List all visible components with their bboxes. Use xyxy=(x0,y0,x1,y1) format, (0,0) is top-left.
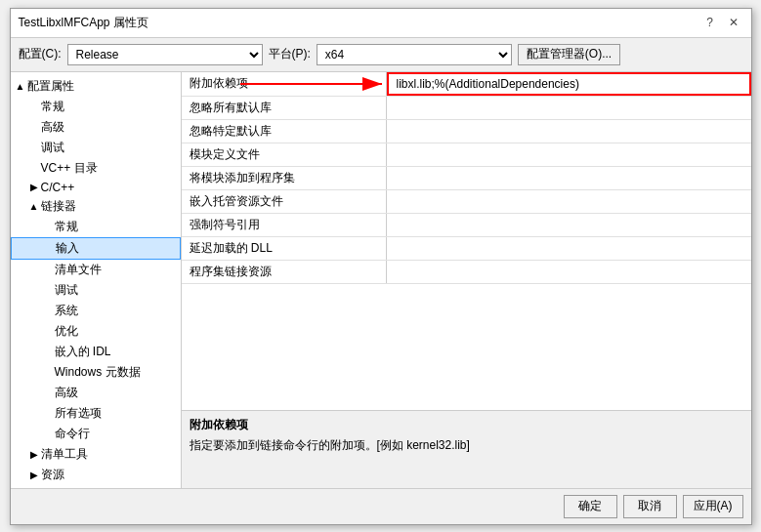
sidebar-item-linker-optimize[interactable]: 优化 xyxy=(11,321,181,342)
prop-name: 忽略特定默认库 xyxy=(182,120,387,143)
ok-button[interactable]: 确定 xyxy=(564,495,617,518)
sidebar-label: 调试 xyxy=(55,282,78,299)
table-row[interactable]: 延迟加载的 DLL xyxy=(182,237,751,261)
prop-value[interactable] xyxy=(387,261,751,283)
table-row[interactable]: 嵌入托管资源文件 xyxy=(182,190,751,214)
cancel-button[interactable]: 取消 xyxy=(623,495,677,518)
expand-icon: ▶ xyxy=(28,182,40,192)
expand-icon: ▲ xyxy=(15,81,26,92)
sidebar-label: 系统 xyxy=(55,303,78,319)
sidebar-item-debug[interactable]: 调试 xyxy=(11,138,181,158)
sidebar-item-advanced[interactable]: 高级 xyxy=(11,117,181,138)
config-label: 配置(C): xyxy=(19,46,62,62)
prop-value[interactable] xyxy=(387,237,751,260)
config-manager-button[interactable]: 配置管理器(O)... xyxy=(518,44,620,65)
sidebar-label: 命令行 xyxy=(55,426,90,442)
sidebar: ▲配置属性 常规 高级 调试 VC++ 目录▶C/C++▲链接器 常规 输入 清… xyxy=(11,72,182,488)
sidebar-label: 所有选项 xyxy=(55,405,102,422)
expand-icon: ▶ xyxy=(28,449,40,460)
config-select[interactable]: Release xyxy=(67,44,263,65)
table-row[interactable]: 将模块添加到程序集 xyxy=(182,167,751,190)
prop-value[interactable] xyxy=(387,167,751,189)
right-panel: 附加依赖项libxl.lib;%(AdditionalDependencies)… xyxy=(182,72,751,488)
sidebar-item-config-props[interactable]: ▲配置属性 xyxy=(11,76,181,97)
prop-name: 延迟加载的 DLL xyxy=(182,237,387,260)
prop-name: 将模块添加到程序集 xyxy=(182,167,387,189)
title-controls: ? ✕ xyxy=(700,13,743,32)
table-row[interactable]: 附加依赖项libxl.lib;%(AdditionalDependencies) xyxy=(182,72,751,97)
table-row[interactable]: 强制符号引用 xyxy=(182,214,751,237)
sidebar-item-manifest-tool[interactable]: ▶清单工具 xyxy=(11,444,181,465)
sidebar-item-linker-winmeta[interactable]: Windows 元数据 xyxy=(11,362,181,383)
prop-name: 程序集链接资源 xyxy=(182,261,387,283)
main-content: ▲配置属性 常规 高级 调试 VC++ 目录▶C/C++▲链接器 常规 输入 清… xyxy=(11,72,751,488)
table-row[interactable]: 模块定义文件 xyxy=(182,143,751,167)
sidebar-label: 嵌入的 IDL xyxy=(55,344,111,360)
desc-title: 附加依赖项 xyxy=(190,417,743,433)
platform-select[interactable]: x64 xyxy=(317,44,512,65)
sidebar-label: 清单工具 xyxy=(41,446,88,463)
sidebar-label: 输入 xyxy=(56,240,79,257)
prop-name: 附加依赖项 xyxy=(182,72,387,96)
sidebar-item-linker-manifest[interactable]: 清单文件 xyxy=(11,260,181,280)
sidebar-label: 资源 xyxy=(41,467,64,483)
title-bar: TestLibxlMFCApp 属性页 ? ✕ xyxy=(11,9,751,38)
sidebar-label: 高级 xyxy=(55,385,78,401)
prop-value[interactable] xyxy=(387,97,751,119)
dialog-title: TestLibxlMFCApp 属性页 xyxy=(19,15,148,31)
sidebar-item-linker-embed-idl[interactable]: 嵌入的 IDL xyxy=(11,342,181,362)
table-row[interactable]: 程序集链接资源 xyxy=(182,261,751,284)
prop-name: 强制符号引用 xyxy=(182,214,387,236)
toolbar: 配置(C): Release 平台(P): x64 配置管理器(O)... xyxy=(11,38,751,72)
sidebar-label: 常规 xyxy=(41,99,64,115)
prop-name: 嵌入托管资源文件 xyxy=(182,190,387,213)
apply-button[interactable]: 应用(A) xyxy=(683,495,743,518)
sidebar-label: Windows 元数据 xyxy=(55,364,141,381)
table-row[interactable]: 忽略特定默认库 xyxy=(182,120,751,143)
sidebar-item-linker-cmdline[interactable]: 命令行 xyxy=(11,424,181,444)
footer: 确定 取消 应用(A) xyxy=(11,488,751,524)
platform-label: 平台(P): xyxy=(269,46,311,62)
sidebar-item-linker-input[interactable]: 输入 xyxy=(11,237,181,260)
prop-value[interactable] xyxy=(387,214,751,236)
sidebar-label: 清单文件 xyxy=(55,262,102,278)
sidebar-label: 高级 xyxy=(41,119,64,136)
sidebar-label: 链接器 xyxy=(41,198,76,215)
sidebar-item-linker-general[interactable]: 常规 xyxy=(11,217,181,237)
sidebar-item-resources[interactable]: ▶资源 xyxy=(11,465,181,485)
sidebar-item-vc-dirs[interactable]: VC++ 目录 xyxy=(11,158,181,179)
description-panel: 附加依赖项 指定要添加到链接命令行的附加项。[例如 kernel32.lib] xyxy=(182,410,751,488)
sidebar-label: VC++ 目录 xyxy=(41,160,98,177)
prop-name: 忽略所有默认库 xyxy=(182,97,387,119)
expand-icon: ▶ xyxy=(28,470,40,480)
sidebar-item-linker[interactable]: ▲链接器 xyxy=(11,196,181,217)
close-button[interactable]: ✕ xyxy=(724,13,743,32)
property-table: 附加依赖项libxl.lib;%(AdditionalDependencies)… xyxy=(182,72,751,410)
sidebar-label: 常规 xyxy=(55,219,78,235)
prop-value[interactable] xyxy=(387,190,751,213)
sidebar-label: 配置属性 xyxy=(27,78,74,95)
prop-value[interactable] xyxy=(387,120,751,143)
sidebar-item-cpp[interactable]: ▶C/C++ xyxy=(11,179,181,196)
sidebar-label: 优化 xyxy=(55,323,78,340)
sidebar-item-linker-advanced[interactable]: 高级 xyxy=(11,383,181,403)
prop-value[interactable]: libxl.lib;%(AdditionalDependencies) xyxy=(387,72,751,96)
sidebar-item-linker-debug[interactable]: 调试 xyxy=(11,280,181,301)
table-row[interactable]: 忽略所有默认库 xyxy=(182,97,751,120)
sidebar-item-general[interactable]: 常规 xyxy=(11,97,181,117)
sidebar-label: C/C++ xyxy=(41,181,75,194)
prop-name: 模块定义文件 xyxy=(182,143,387,166)
help-button[interactable]: ? xyxy=(700,13,720,32)
expand-icon: ▲ xyxy=(28,201,40,212)
desc-text: 指定要添加到链接命令行的附加项。[例如 kernel32.lib] xyxy=(190,437,743,454)
properties-dialog: TestLibxlMFCApp 属性页 ? ✕ 配置(C): Release 平… xyxy=(10,8,752,525)
sidebar-label: 调试 xyxy=(41,140,64,156)
sidebar-item-linker-system[interactable]: 系统 xyxy=(11,301,181,321)
prop-value[interactable] xyxy=(387,143,751,166)
sidebar-item-linker-all[interactable]: 所有选项 xyxy=(11,403,181,424)
